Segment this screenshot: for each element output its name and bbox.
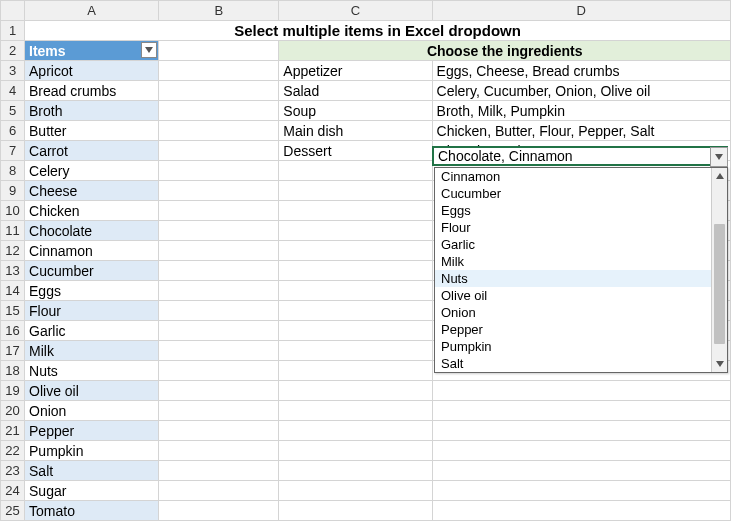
ingredients-cell[interactable]: Eggs, Cheese, Bread crumbs xyxy=(432,61,730,81)
cell[interactable] xyxy=(279,261,432,281)
cell[interactable] xyxy=(432,401,730,421)
row-head-18[interactable]: 18 xyxy=(1,361,25,381)
row-head-11[interactable]: 11 xyxy=(1,221,25,241)
items-cell[interactable]: Bread crumbs xyxy=(25,81,159,101)
cell[interactable] xyxy=(432,481,730,501)
col-head-D[interactable]: D xyxy=(432,1,730,21)
cell[interactable] xyxy=(159,501,279,521)
dropdown-item[interactable]: Cucumber xyxy=(435,185,711,202)
meal-name-cell[interactable]: Appetizer xyxy=(279,61,432,81)
cell[interactable] xyxy=(159,401,279,421)
cell[interactable] xyxy=(432,421,730,441)
items-cell[interactable]: Apricot xyxy=(25,61,159,81)
dropdown-item[interactable]: Milk xyxy=(435,253,711,270)
row-head-19[interactable]: 19 xyxy=(1,381,25,401)
meal-name-cell[interactable]: Main dish xyxy=(279,121,432,141)
row-head-1[interactable]: 1 xyxy=(1,21,25,41)
items-cell[interactable]: Cheese xyxy=(25,181,159,201)
cell[interactable] xyxy=(159,81,279,101)
cell[interactable] xyxy=(279,181,432,201)
items-cell[interactable]: Pumpkin xyxy=(25,441,159,461)
row-head-16[interactable]: 16 xyxy=(1,321,25,341)
dropdown-item[interactable]: Pumpkin xyxy=(435,338,711,355)
items-cell[interactable]: Sugar xyxy=(25,481,159,501)
items-cell[interactable]: Salt xyxy=(25,461,159,481)
items-cell[interactable]: Carrot xyxy=(25,141,159,161)
col-head-A[interactable]: A xyxy=(25,1,159,21)
row-head-6[interactable]: 6 xyxy=(1,121,25,141)
cell[interactable] xyxy=(279,381,432,401)
cell[interactable] xyxy=(159,361,279,381)
cell[interactable] xyxy=(159,281,279,301)
cell[interactable] xyxy=(279,301,432,321)
items-cell[interactable]: Tomato xyxy=(25,501,159,521)
cell[interactable] xyxy=(432,461,730,481)
dropdown-scrollbar[interactable] xyxy=(711,168,727,372)
row-head-10[interactable]: 10 xyxy=(1,201,25,221)
items-cell[interactable]: Olive oil xyxy=(25,381,159,401)
items-cell[interactable]: Flour xyxy=(25,301,159,321)
items-cell[interactable]: Butter xyxy=(25,121,159,141)
cell[interactable] xyxy=(159,101,279,121)
dropdown-item[interactable]: Salt xyxy=(435,355,711,372)
dropdown-list[interactable]: CinnamonCucumberEggsFlourGarlicMilkNutsO… xyxy=(434,167,728,373)
dropdown-button[interactable] xyxy=(710,147,728,167)
ingredients-cell[interactable]: Celery, Cucumber, Onion, Olive oil xyxy=(432,81,730,101)
dropdown-item[interactable]: Pepper xyxy=(435,321,711,338)
cell[interactable] xyxy=(159,161,279,181)
items-cell[interactable]: Cinnamon xyxy=(25,241,159,261)
ingredients-cell[interactable]: Chicken, Butter, Flour, Pepper, Salt xyxy=(432,121,730,141)
dropdown-item[interactable]: Flour xyxy=(435,219,711,236)
meal-name-cell[interactable]: Dessert xyxy=(279,141,432,161)
cell[interactable] xyxy=(159,201,279,221)
scroll-thumb[interactable] xyxy=(714,224,725,344)
cell[interactable] xyxy=(279,281,432,301)
cell[interactable] xyxy=(279,441,432,461)
row-head-8[interactable]: 8 xyxy=(1,161,25,181)
cell[interactable] xyxy=(279,221,432,241)
scroll-up-arrow[interactable] xyxy=(712,168,727,184)
row-head-20[interactable]: 20 xyxy=(1,401,25,421)
row-head-3[interactable]: 3 xyxy=(1,61,25,81)
items-cell[interactable]: Milk xyxy=(25,341,159,361)
row-head-7[interactable]: 7 xyxy=(1,141,25,161)
row-head-9[interactable]: 9 xyxy=(1,181,25,201)
cell[interactable] xyxy=(159,181,279,201)
items-cell[interactable]: Pepper xyxy=(25,421,159,441)
ingredients-cell[interactable]: Chocolate, Cinnamon xyxy=(432,141,730,161)
meal-name-cell[interactable]: Salad xyxy=(279,81,432,101)
row-head-22[interactable]: 22 xyxy=(1,441,25,461)
cell[interactable] xyxy=(159,381,279,401)
row-head-15[interactable]: 15 xyxy=(1,301,25,321)
row-head-21[interactable]: 21 xyxy=(1,421,25,441)
cell[interactable] xyxy=(159,441,279,461)
cell[interactable] xyxy=(159,241,279,261)
items-cell[interactable]: Chicken xyxy=(25,201,159,221)
cell[interactable] xyxy=(159,41,279,61)
dropdown-item[interactable]: Onion xyxy=(435,304,711,321)
items-cell[interactable]: Eggs xyxy=(25,281,159,301)
items-cell[interactable]: Nuts xyxy=(25,361,159,381)
cell[interactable] xyxy=(279,421,432,441)
dropdown-item[interactable]: Cinnamon xyxy=(435,168,711,185)
cell[interactable] xyxy=(279,461,432,481)
cell[interactable] xyxy=(279,501,432,521)
cell[interactable] xyxy=(432,381,730,401)
col-head-B[interactable]: B xyxy=(159,1,279,21)
items-cell[interactable]: Garlic xyxy=(25,321,159,341)
filter-button[interactable] xyxy=(141,42,157,58)
col-head-C[interactable]: C xyxy=(279,1,432,21)
items-cell[interactable]: Broth xyxy=(25,101,159,121)
cell[interactable] xyxy=(279,481,432,501)
select-all-corner[interactable] xyxy=(1,1,25,21)
items-cell[interactable]: Onion xyxy=(25,401,159,421)
cell[interactable] xyxy=(432,501,730,521)
cell[interactable] xyxy=(159,221,279,241)
cell[interactable] xyxy=(159,321,279,341)
row-head-24[interactable]: 24 xyxy=(1,481,25,501)
dropdown-item[interactable]: Garlic xyxy=(435,236,711,253)
cell[interactable] xyxy=(279,241,432,261)
ingredients-cell[interactable]: Broth, Milk, Pumpkin xyxy=(432,101,730,121)
scroll-down-arrow[interactable] xyxy=(712,356,727,372)
cell[interactable] xyxy=(279,401,432,421)
